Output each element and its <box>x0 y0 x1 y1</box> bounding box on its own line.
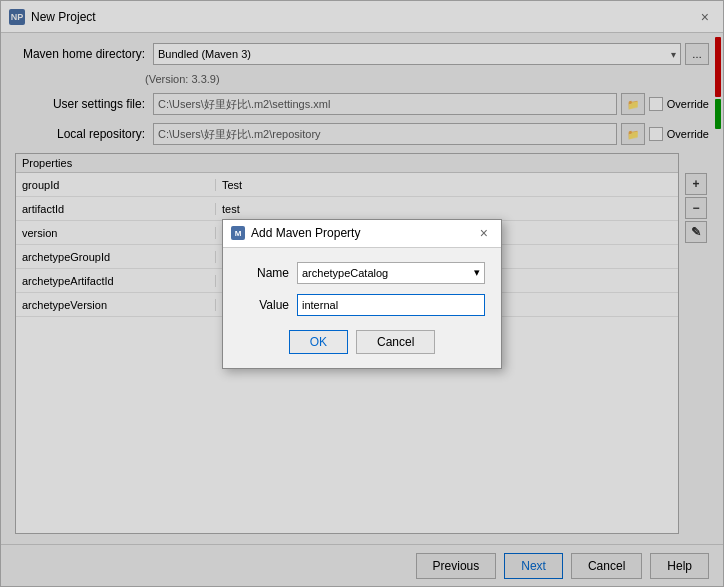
modal-button-row: OK Cancel <box>239 330 485 354</box>
modal-body: Name archetypeCatalog ▾ Value OK Cancel <box>223 248 501 368</box>
modal-name-arrow-icon: ▾ <box>474 266 480 279</box>
modal-name-value: archetypeCatalog <box>302 267 388 279</box>
modal-icon: M <box>231 226 245 240</box>
modal-title-bar: M Add Maven Property × <box>223 220 501 248</box>
modal-value-field: Value <box>239 294 485 316</box>
modal-name-field: Name archetypeCatalog ▾ <box>239 262 485 284</box>
main-window: NP New Project × Maven home directory: B… <box>0 0 724 587</box>
modal-cancel-button[interactable]: Cancel <box>356 330 435 354</box>
modal-title-left: M Add Maven Property <box>231 226 360 240</box>
modal-name-combo[interactable]: archetypeCatalog ▾ <box>297 262 485 284</box>
modal-value-label: Value <box>239 298 289 312</box>
modal-value-input[interactable] <box>297 294 485 316</box>
add-maven-property-dialog: M Add Maven Property × Name archetypeCat… <box>222 219 502 369</box>
modal-ok-button[interactable]: OK <box>289 330 348 354</box>
modal-close-button[interactable]: × <box>475 224 493 242</box>
modal-title-text: Add Maven Property <box>251 226 360 240</box>
modal-overlay: M Add Maven Property × Name archetypeCat… <box>1 1 723 586</box>
modal-name-label: Name <box>239 266 289 280</box>
